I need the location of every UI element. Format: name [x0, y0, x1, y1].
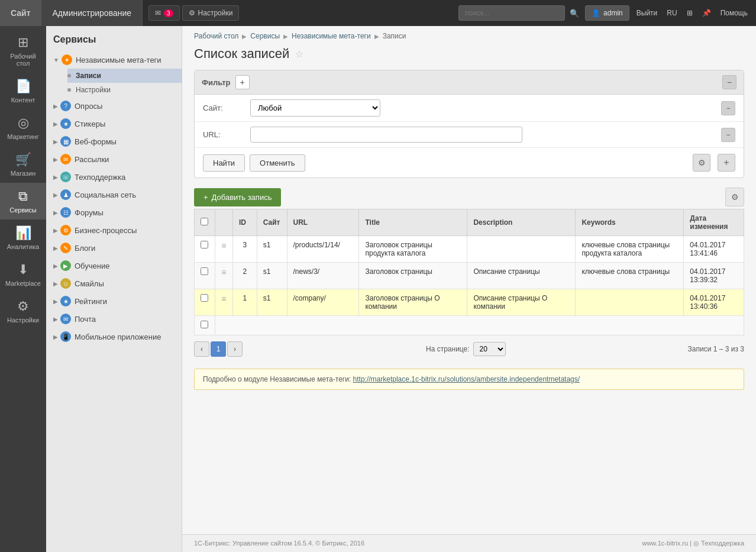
sidebar2-item-webforms[interactable]: ▶ ▦ Веб-формы [46, 133, 182, 150]
meta-tags-icon: ✦ [62, 54, 72, 65]
site-button[interactable]: Сайт [0, 0, 42, 26]
row2-checkbox[interactable] [201, 267, 208, 275]
sidebar2-sub-records[interactable]: Записи [67, 69, 182, 83]
lang-button[interactable]: RU [664, 9, 679, 17]
filter-site-remove-button[interactable]: − [721, 101, 735, 115]
help-button[interactable]: Помощь [718, 9, 750, 17]
arrow-right-icon11: ▶ [53, 280, 58, 287]
arrow-right-icon12: ▶ [53, 298, 58, 305]
marketing-icon: ◎ [18, 115, 29, 131]
filter-extra-add-button[interactable]: + [718, 154, 735, 172]
sidebar-item-content[interactable]: 📄 Контент [0, 73, 46, 109]
sidebar2-item-social[interactable]: ▶ ♟ Социальная сеть [46, 186, 182, 204]
shop-icon: 🛒 [15, 152, 31, 167]
dot-icon2 [67, 88, 71, 92]
breadcrumb: Рабочий стол ▶ Сервисы ▶ Независимые мет… [182, 26, 756, 46]
sidebar2-item-meta-tags[interactable]: ▼ ✦ Независимые мета-теги [46, 51, 182, 69]
table-row: ≡ 1 s1 /company/ Заголовок страницы О ко… [195, 289, 744, 316]
filter-collapse-button[interactable]: − [722, 75, 736, 89]
top-nav-right: 👤 admin Выйти RU ⊞ 📌 Помощь [579, 5, 756, 21]
per-page-select[interactable]: 20 50 100 [473, 342, 506, 356]
filter-find-button[interactable]: Найти [203, 154, 245, 172]
plus-icon3: + [203, 193, 208, 202]
mobile-label: Мобильное приложение [75, 333, 161, 341]
table-gear-button[interactable]: ⚙ [725, 188, 744, 206]
breadcrumb-desktop[interactable]: Рабочий стол [194, 32, 238, 40]
sidebar2-item-mobile[interactable]: ▶ 📱 Мобильное приложение [46, 328, 182, 346]
sidebar2-item-polls[interactable]: ▶ ? Опросы [46, 97, 182, 115]
sidebar-item-desktop[interactable]: ⊞ Рабочий стол [0, 29, 46, 73]
row3-title: Заголовок страницы О компании [359, 289, 467, 316]
table-row-empty [195, 316, 744, 335]
drag-handle-icon2[interactable]: ≡ [221, 267, 226, 277]
sidebar2-item-ratings[interactable]: ▶ ★ Рейтинги [46, 292, 182, 310]
breadcrumb-current: Записи [383, 32, 406, 40]
sidebar-item-marketing[interactable]: ◎ Маркетинг [0, 109, 46, 146]
row1-checkbox[interactable] [201, 241, 208, 248]
desktop-icon: ⊞ [18, 35, 28, 50]
mailings-label: Рассылки [75, 155, 109, 164]
drag-handle-icon3[interactable]: ≡ [221, 294, 226, 304]
sidebar-item-analytics[interactable]: 📊 Аналитика [0, 219, 46, 256]
page-title-row: Список записей ☆ [194, 46, 744, 62]
sidebar2-item-bizproc[interactable]: ▶ ⚙ Бизнес-процессы [46, 221, 182, 239]
info-link[interactable]: http://marketplace.1c-bitrix.ru/solution… [353, 375, 580, 383]
pagination-next[interactable]: › [227, 341, 243, 357]
content-icon: 📄 [15, 79, 31, 94]
search-icon[interactable]: 🔍 [570, 9, 579, 18]
minus-icon2: − [726, 104, 730, 112]
sidebar2-item-mailings[interactable]: ▶ ✉ Рассылки [46, 150, 182, 168]
sidebar2-item-stickers[interactable]: ▶ ★ Стикеры [46, 115, 182, 133]
filter-site-select[interactable]: Любой s1 [250, 99, 380, 117]
table-row: ≡ 3 s1 /products/1/14/ Заголовок страниц… [195, 236, 744, 263]
row3-checkbox[interactable] [201, 294, 208, 302]
blogs-label: Блоги [75, 244, 95, 253]
col-title: Title [359, 209, 467, 236]
messages-button[interactable]: ✉ 3 [148, 5, 180, 21]
search-input[interactable] [458, 5, 565, 21]
breadcrumb-sep2: ▶ [283, 33, 288, 40]
sidebar-item-marketplace[interactable]: ⬇ Marketplace [0, 256, 46, 293]
content-body: Список записей ☆ Фильтр + − Сайт: [182, 46, 756, 534]
arrow-down-icon: ▼ [53, 57, 59, 63]
pagination-page1[interactable]: 1 [211, 341, 226, 357]
per-page-label: На странице: [426, 345, 470, 353]
add-record-button[interactable]: + Добавить запись [194, 188, 281, 206]
filter-add-button[interactable]: + [235, 75, 250, 89]
col-site: Сайт [257, 209, 287, 236]
filter-url-remove-button[interactable]: − [721, 128, 735, 142]
sidebar-item-shop[interactable]: 🛒 Магазин [0, 146, 46, 183]
row4-checkbox[interactable] [201, 321, 208, 328]
filter-row-url: URL: − [195, 122, 744, 148]
grid-icon[interactable]: ⊞ [684, 9, 695, 17]
filter-url-input[interactable] [250, 127, 522, 143]
forums-icon: ☷ [60, 207, 71, 218]
sidebar2-item-smiles[interactable]: ▶ ☺ Смайлы [46, 275, 182, 292]
sidebar-item-settings[interactable]: ⚙ Настройки [0, 293, 46, 330]
sidebar2-item-mail[interactable]: ▶ ✉ Почта [46, 310, 182, 328]
sidebar2-item-learning[interactable]: ▶ ▶ Обучение [46, 257, 182, 275]
sidebar2-sub-nsettings[interactable]: Настройки [67, 83, 182, 97]
pagination-prev[interactable]: ‹ [194, 341, 209, 357]
drag-handle-icon[interactable]: ≡ [221, 241, 226, 250]
logout-button[interactable]: Выйти [634, 9, 660, 17]
stickers-icon: ★ [60, 118, 71, 129]
sidebar2-item-forums[interactable]: ▶ ☷ Форумы [46, 204, 182, 221]
minus-icon3: − [726, 131, 730, 139]
filter-gear-button[interactable]: ⚙ [693, 154, 710, 172]
breadcrumb-services[interactable]: Сервисы [250, 32, 280, 40]
sidebar2-item-blogs[interactable]: ▶ ✎ Блоги [46, 239, 182, 257]
sidebar2-item-support[interactable]: ▶ ☏ Техподдержка [46, 168, 182, 186]
user-button[interactable]: 👤 admin [585, 5, 629, 21]
breadcrumb-meta-tags[interactable]: Независимые мета-теги [292, 32, 371, 40]
col-id: ID [233, 209, 257, 236]
settings-sidebar-icon: ⚙ [17, 299, 29, 314]
filter-cancel-button[interactable]: Отменить [250, 154, 305, 172]
select-all-checkbox[interactable] [201, 218, 208, 225]
pin-icon[interactable]: 📌 [700, 9, 713, 17]
row2-id: 2 [233, 263, 257, 289]
settings-nav-button[interactable]: ⚙ Настройки [182, 5, 240, 21]
arrow-right-icon: ▶ [53, 103, 58, 109]
sidebar-item-services[interactable]: ⧉ Сервисы [0, 183, 46, 219]
favorite-star-icon[interactable]: ☆ [295, 49, 303, 60]
